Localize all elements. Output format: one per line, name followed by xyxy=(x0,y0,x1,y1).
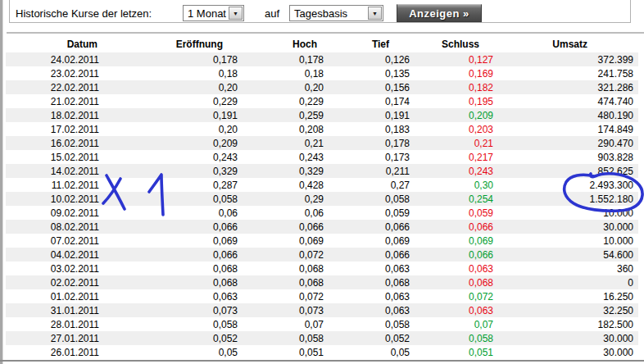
cell-tief: 0,183 xyxy=(332,122,418,136)
cell-umsatz: 54.600 xyxy=(501,248,638,262)
cell-schluss: 0,30 xyxy=(418,178,501,192)
cell-schluss: 0,254 xyxy=(418,192,501,206)
cell-umsatz: 903.828 xyxy=(501,150,638,164)
cell-tief: 0,126 xyxy=(332,52,418,66)
cell-datum: 10.02.2011 xyxy=(6,192,111,206)
table-row: 04.02.20110,0660,0720,0660,06654.600 xyxy=(6,248,638,262)
cell-datum: 15.02.2011 xyxy=(6,150,111,164)
table-row: 09.02.20110,060,060,0590,05910.000 xyxy=(6,206,638,220)
cell-umsatz: 474.740 xyxy=(501,94,638,108)
cell-schluss: 0,195 xyxy=(418,94,501,108)
column-header-hoch: Hoch xyxy=(246,36,332,52)
cell-tief: 0,173 xyxy=(332,150,418,164)
table-header-row: Datum Eröffnung Hoch Tief Schluss Umsatz xyxy=(6,36,638,52)
cell-datum: 23.02.2011 xyxy=(6,66,111,80)
cell-hoch: 0,068 xyxy=(246,275,332,289)
bottom-divider xyxy=(0,360,644,362)
cell-datum: 11.02.2011 xyxy=(6,178,111,192)
cell-eroeffnung: 0,191 xyxy=(111,108,246,122)
cell-eroeffnung: 0,068 xyxy=(111,275,246,289)
cell-hoch: 0,073 xyxy=(246,303,332,317)
table-row: 01.02.20110,0630,0720,0630,07216.250 xyxy=(6,289,638,303)
cell-schluss: 0,068 xyxy=(418,275,501,289)
table-row: 27.01.20110,0520,0580,0520,05830.000 xyxy=(6,331,638,345)
chevron-down-icon[interactable]: ▼ xyxy=(229,7,243,20)
cell-schluss: 0,066 xyxy=(418,220,501,234)
basis-select[interactable]: Tagesbasis ▼ xyxy=(289,5,383,21)
cell-eroeffnung: 0,209 xyxy=(111,136,246,150)
chevron-down-icon[interactable]: ▼ xyxy=(368,7,382,20)
cell-umsatz: 321.286 xyxy=(501,80,638,94)
cell-tief: 0,066 xyxy=(332,220,418,234)
column-header-eroeffnung: Eröffnung xyxy=(111,36,246,52)
cell-umsatz: 16.250 xyxy=(501,289,638,303)
cell-eroeffnung: 0,178 xyxy=(111,52,246,66)
cell-datum: 27.01.2011 xyxy=(6,331,111,345)
cell-umsatz: 10.000 xyxy=(501,206,638,220)
column-header-datum: Datum xyxy=(6,36,111,52)
toolbar: Historische Kurse der letzen: 1 Monat ▼ … xyxy=(9,0,631,23)
page: Historische Kurse der letzen: 1 Monat ▼ … xyxy=(0,0,644,364)
cell-schluss: 0,066 xyxy=(418,248,501,262)
cell-umsatz: 290.470 xyxy=(501,136,638,150)
cell-eroeffnung: 0,287 xyxy=(111,178,246,192)
toolbar-label: Historische Kurse der letzen: xyxy=(16,7,152,20)
cell-hoch: 0,20 xyxy=(246,80,332,94)
cell-schluss: 0,072 xyxy=(418,289,501,303)
anzeigen-button[interactable]: Anzeigen » xyxy=(397,4,482,22)
cell-umsatz: 0 xyxy=(501,275,638,289)
cell-tief: 0,058 xyxy=(332,317,418,331)
cell-eroeffnung: 0,058 xyxy=(111,317,246,331)
cell-datum: 26.01.2011 xyxy=(6,345,111,359)
table-row: 10.02.20110,0580,290,0580,2541.552.180 xyxy=(6,192,638,206)
cell-tief: 0,05 xyxy=(332,345,418,359)
toolbar-table-divider xyxy=(7,32,644,34)
cell-eroeffnung: 0,063 xyxy=(111,289,246,303)
cell-eroeffnung: 0,229 xyxy=(111,94,246,108)
cell-eroeffnung: 0,069 xyxy=(111,234,246,248)
cell-eroeffnung: 0,329 xyxy=(111,164,246,178)
cell-hoch: 0,428 xyxy=(246,178,332,192)
cell-datum: 09.02.2011 xyxy=(6,206,111,220)
cell-tief: 0,178 xyxy=(332,136,418,150)
cell-hoch: 0,208 xyxy=(246,122,332,136)
cell-hoch: 0,058 xyxy=(246,331,332,345)
cell-tief: 0,068 xyxy=(332,275,418,289)
cell-umsatz: 30.000 xyxy=(501,331,638,345)
cell-datum: 08.02.2011 xyxy=(6,220,111,234)
cell-eroeffnung: 0,058 xyxy=(111,192,246,206)
cell-umsatz: 30.000 xyxy=(501,220,638,234)
cell-umsatz: 372.399 xyxy=(501,52,638,66)
cell-umsatz: 30.000 xyxy=(501,345,638,359)
cell-umsatz: 10.000 xyxy=(501,234,638,248)
cell-tief: 0,174 xyxy=(332,94,418,108)
table-row: 07.02.20110,0690,0690,0690,06910.000 xyxy=(6,234,638,248)
cell-tief: 0,063 xyxy=(332,289,418,303)
cell-datum: 31.01.2011 xyxy=(6,303,111,317)
cell-datum: 04.02.2011 xyxy=(6,248,111,262)
table-row: 26.01.20110,050,0510,050,05130.000 xyxy=(6,345,638,359)
cell-eroeffnung: 0,068 xyxy=(111,262,246,275)
cell-hoch: 0,07 xyxy=(246,317,332,331)
cell-datum: 28.01.2011 xyxy=(6,317,111,331)
quotes-table: Datum Eröffnung Hoch Tief Schluss Umsatz… xyxy=(6,36,638,359)
cell-schluss: 0,063 xyxy=(418,262,501,275)
table-body: 24.02.20110,1780,1780,1260,127372.39923.… xyxy=(6,52,638,359)
table-row: 14.02.20110,3290,3290,2110,243852.625 xyxy=(6,164,638,178)
period-select[interactable]: 1 Monat ▼ xyxy=(183,5,244,21)
cell-schluss: 0,182 xyxy=(418,80,501,94)
cell-umsatz: 1.552.180 xyxy=(501,192,638,206)
cell-schluss: 0,21 xyxy=(418,136,501,150)
cell-hoch: 0,069 xyxy=(246,234,332,248)
cell-tief: 0,069 xyxy=(332,234,418,248)
cell-eroeffnung: 0,066 xyxy=(111,248,246,262)
cell-hoch: 0,06 xyxy=(246,206,332,220)
cell-schluss: 0,217 xyxy=(418,150,501,164)
cell-eroeffnung: 0,06 xyxy=(111,206,246,220)
cell-schluss: 0,063 xyxy=(418,303,501,317)
cell-datum: 17.02.2011 xyxy=(6,122,111,136)
cell-eroeffnung: 0,18 xyxy=(111,66,246,80)
cell-hoch: 0,072 xyxy=(246,289,332,303)
cell-eroeffnung: 0,05 xyxy=(111,345,246,359)
cell-hoch: 0,21 xyxy=(246,136,332,150)
